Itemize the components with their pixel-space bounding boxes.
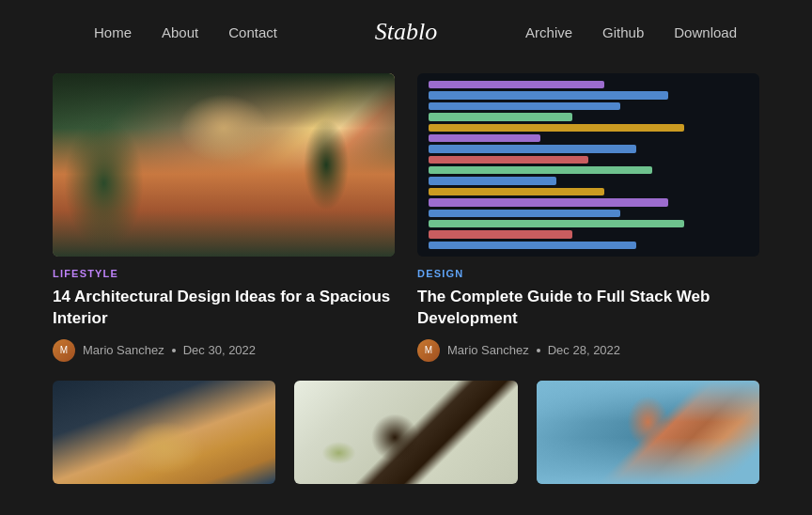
site-logo[interactable]: Stablo [375,18,437,46]
top-cards-grid: LIFESTYLE 14 Architectural Design Ideas … [53,73,759,362]
coffee-photo [294,381,517,484]
card-lifestyle-image [53,73,395,257]
card-lifestyle-meta: M Mario Sanchez Dec 30, 2022 [53,339,395,362]
food-photo [53,381,275,484]
food-image [53,381,275,484]
nav-archive[interactable]: Archive [525,24,572,40]
portrait-image [537,381,759,484]
nav-contact[interactable]: Contact [228,24,277,40]
publish-date-1: Dec 28, 2022 [548,343,620,357]
author-name-1: Mario Sanchez [447,343,529,357]
nav-download[interactable]: Download [674,24,737,40]
author-name-0: Mario Sanchez [83,343,164,357]
card-design-title: The Complete Guide to Full Stack Web Dev… [417,287,759,330]
interior-photo [53,73,395,257]
author-avatar-1: M [417,339,440,362]
meta-separator-0 [172,349,176,352]
bottom-cards-grid [53,381,759,484]
nav-right: Archive Github Download [525,24,737,40]
card-coffee[interactable] [294,381,517,484]
coffee-image [294,381,517,484]
card-design-category: DESIGN [417,268,759,279]
publish-date-0: Dec 30, 2022 [183,343,256,357]
card-lifestyle-category: LIFESTYLE [53,268,395,279]
card-design[interactable]: DESIGN The Complete Guide to Full Stack … [417,73,759,362]
card-portrait[interactable] [537,381,759,484]
card-lifestyle-title: 14 Architectural Design Ideas for a Spac… [53,287,395,330]
author-avatar-0: M [53,339,75,362]
nav-home[interactable]: Home [94,24,132,40]
main-content: LIFESTYLE 14 Architectural Design Ideas … [0,64,812,503]
nav-about[interactable]: About [162,24,198,40]
portrait-photo [537,381,759,484]
site-header: Home About Contact Stablo Archive Github… [0,0,812,64]
card-design-image [417,73,759,257]
card-lifestyle[interactable]: LIFESTYLE 14 Architectural Design Ideas … [53,73,395,362]
code-screenshot [417,73,759,257]
nav-left: Home About Contact [94,24,277,40]
card-food[interactable] [53,381,275,484]
meta-separator-1 [537,349,540,352]
card-design-meta: M Mario Sanchez Dec 28, 2022 [417,339,759,362]
nav-github[interactable]: Github [602,24,644,40]
